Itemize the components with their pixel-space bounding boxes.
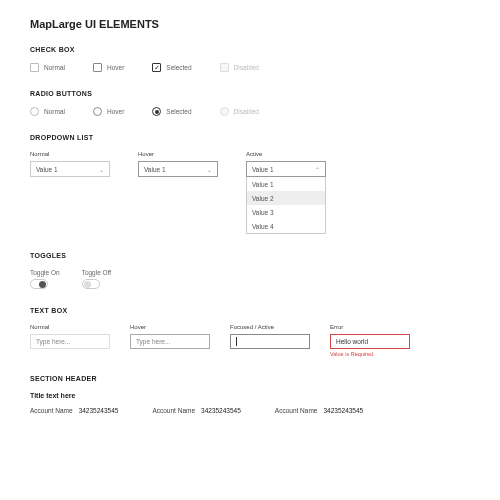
dropdown-item[interactable]: Value 2 <box>247 191 325 205</box>
dropdown-value: Value 1 <box>252 166 274 173</box>
radio-normal[interactable]: Normal <box>30 107 65 116</box>
toggles-heading: TOGGLES <box>30 252 470 259</box>
checkbox-disabled: Disabled <box>220 63 259 72</box>
checkbox-hover[interactable]: Hover <box>93 63 124 72</box>
toggle-label: Toggle On <box>30 269 60 276</box>
account-value: 34235243545 <box>323 407 363 414</box>
toggles-section: TOGGLES Toggle On Toggle Off <box>30 252 470 289</box>
dropdown-value: Value 1 <box>36 166 58 173</box>
section-header-section: SECTION HEADER Title text here Account N… <box>30 375 470 414</box>
dropdown-state-label: Active <box>246 151 326 157</box>
textbox-section: TEXT BOX Normal Type here... Hover Type … <box>30 307 470 357</box>
chevron-down-icon: ⌄ <box>207 166 212 173</box>
check-icon: ✓ <box>154 64 160 71</box>
toggle-label: Toggle Off <box>82 269 112 276</box>
dropdown-normal[interactable]: Value 1 ⌄ <box>30 161 110 177</box>
dropdown-value: Value 1 <box>144 166 166 173</box>
radio-label: Normal <box>44 108 65 115</box>
checkbox-box-icon <box>30 63 39 72</box>
dropdown-hover[interactable]: Value 1 ⌄ <box>138 161 218 177</box>
account-pair: Account Name 34235243545 <box>275 407 363 414</box>
radio-heading: RADIO BUTTONS <box>30 90 470 97</box>
radio-inner-icon <box>155 110 159 114</box>
radio-icon <box>30 107 39 116</box>
account-pair: Account Name 34235243545 <box>152 407 240 414</box>
checkbox-heading: CHECK BOX <box>30 46 470 53</box>
textbox-state-label: Focused / Active <box>230 324 310 330</box>
chevron-down-icon: ⌄ <box>99 166 104 173</box>
dropdown-list: Value 1 Value 2 Value 3 Value 4 <box>246 177 326 234</box>
toggle-knob-icon <box>39 281 46 288</box>
account-pair: Account Name 34235243545 <box>30 407 118 414</box>
textbox-state-label: Hover <box>130 324 210 330</box>
textbox-error-message: Value is Required. <box>330 351 410 357</box>
dropdown-item[interactable]: Value 1 <box>247 177 325 191</box>
toggle-on[interactable] <box>30 279 48 289</box>
radio-hover[interactable]: Hover <box>93 107 124 116</box>
radio-icon <box>152 107 161 116</box>
textbox-heading: TEXT BOX <box>30 307 470 314</box>
radio-disabled: Disabled <box>220 107 259 116</box>
checkbox-section: CHECK BOX Normal Hover ✓ Selected Disabl… <box>30 46 470 72</box>
checkbox-normal[interactable]: Normal <box>30 63 65 72</box>
radio-icon <box>220 107 229 116</box>
checkbox-label: Normal <box>44 64 65 71</box>
radio-icon <box>93 107 102 116</box>
chevron-up-icon: ⌃ <box>315 166 320 173</box>
checkbox-label: Hover <box>107 64 124 71</box>
radio-label: Hover <box>107 108 124 115</box>
account-label: Account Name <box>152 407 195 414</box>
dropdown-state-label: Hover <box>138 151 218 157</box>
dropdown-item[interactable]: Value 3 <box>247 205 325 219</box>
account-label: Account Name <box>30 407 73 414</box>
account-label: Account Name <box>275 407 318 414</box>
textbox-hover[interactable]: Type here... <box>130 334 210 349</box>
account-value: 34235243545 <box>79 407 119 414</box>
textbox-placeholder: Type here... <box>36 338 70 345</box>
checkbox-box-icon: ✓ <box>152 63 161 72</box>
section-header-title: Title text here <box>30 392 470 399</box>
radio-selected[interactable]: Selected <box>152 107 191 116</box>
dropdown-active[interactable]: Value 1 ⌃ <box>246 161 326 177</box>
checkbox-box-icon <box>220 63 229 72</box>
dropdown-state-label: Normal <box>30 151 110 157</box>
section-header-heading: SECTION HEADER <box>30 375 470 382</box>
radio-label: Disabled <box>234 108 259 115</box>
textbox-normal[interactable]: Type here... <box>30 334 110 349</box>
textbox-active[interactable] <box>230 334 310 349</box>
dropdown-item[interactable]: Value 4 <box>247 219 325 233</box>
toggle-off[interactable] <box>82 279 100 289</box>
textbox-value: Hello world <box>336 338 368 345</box>
dropdown-section: DROPDOWN LIST Normal Value 1 ⌄ Hover Val… <box>30 134 470 234</box>
caret-icon <box>236 337 237 346</box>
radio-label: Selected <box>166 108 191 115</box>
checkbox-selected[interactable]: ✓ Selected <box>152 63 191 72</box>
dropdown-heading: DROPDOWN LIST <box>30 134 470 141</box>
checkbox-label: Disabled <box>234 64 259 71</box>
radio-section: RADIO BUTTONS Normal Hover Selected Disa… <box>30 90 470 116</box>
textbox-placeholder: Type here... <box>136 338 170 345</box>
toggle-knob-icon <box>84 281 91 288</box>
textbox-error[interactable]: Hello world <box>330 334 410 349</box>
page-title: MapLarge UI ELEMENTS <box>30 18 470 30</box>
textbox-state-label: Error <box>330 324 410 330</box>
checkbox-box-icon <box>93 63 102 72</box>
checkbox-label: Selected <box>166 64 191 71</box>
textbox-state-label: Normal <box>30 324 110 330</box>
account-value: 34235243545 <box>201 407 241 414</box>
